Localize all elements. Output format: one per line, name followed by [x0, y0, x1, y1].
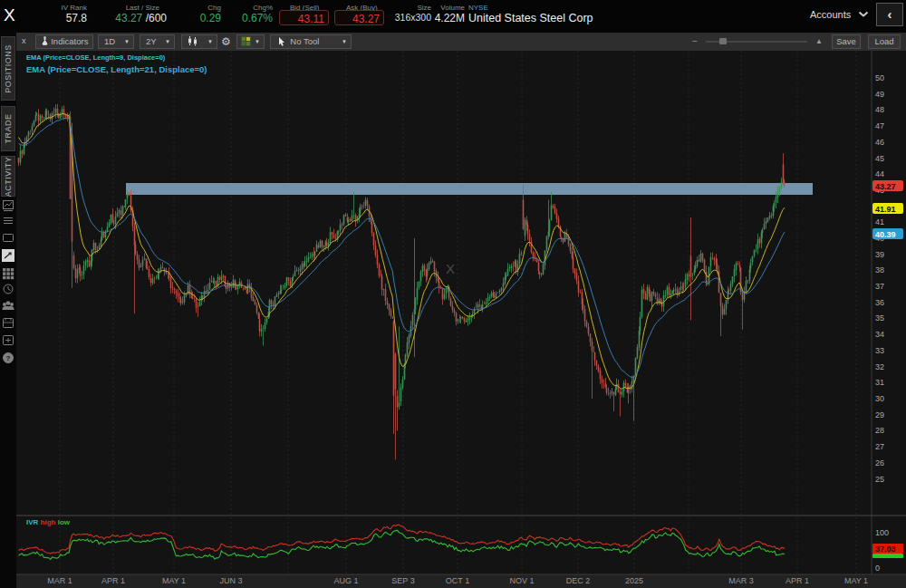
- svg-text:34: 34: [875, 330, 884, 339]
- svg-text:NOV 1: NOV 1: [509, 576, 534, 585]
- svg-text:DEC 2: DEC 2: [566, 576, 591, 585]
- svg-text:MAY 1: MAY 1: [162, 576, 186, 585]
- svg-text:SEP 3: SEP 3: [391, 576, 414, 585]
- svg-text:AUG 1: AUG 1: [333, 576, 358, 585]
- svg-text:37.03: 37.03: [875, 545, 896, 554]
- svg-text:37: 37: [875, 282, 884, 291]
- svg-text:31: 31: [875, 378, 884, 387]
- svg-text:47: 47: [875, 121, 884, 130]
- svg-text:29: 29: [875, 410, 884, 419]
- svg-text:50: 50: [875, 73, 884, 82]
- svg-text:25: 25: [875, 475, 884, 484]
- svg-text:MAR 1: MAR 1: [47, 576, 72, 585]
- svg-text:EMA (Price=CLOSE, Length=21, D: EMA (Price=CLOSE, Length=21, Displace=0): [26, 64, 207, 74]
- svg-text:40.39: 40.39: [875, 230, 896, 239]
- svg-text:JUN 3: JUN 3: [219, 576, 242, 585]
- svg-text:0: 0: [875, 564, 880, 573]
- svg-text:?: ?: [6, 354, 11, 362]
- svg-text:26: 26: [875, 458, 884, 468]
- svg-text:49: 49: [875, 90, 884, 99]
- svg-text:OCT 1: OCT 1: [446, 576, 469, 585]
- svg-text:44: 44: [875, 169, 884, 178]
- svg-text:38: 38: [875, 265, 884, 275]
- svg-text:30: 30: [875, 394, 884, 403]
- svg-text:35: 35: [875, 313, 884, 323]
- svg-text:28: 28: [875, 426, 884, 435]
- svg-text:39: 39: [875, 250, 884, 259]
- svg-text:48: 48: [875, 105, 884, 114]
- svg-text:41: 41: [875, 217, 884, 227]
- svg-text:MAY 1: MAY 1: [844, 576, 868, 585]
- svg-text:36: 36: [875, 298, 884, 307]
- svg-text:41.91: 41.91: [875, 205, 896, 214]
- svg-text:45: 45: [875, 154, 884, 163]
- svg-text:APR 1: APR 1: [101, 576, 125, 585]
- svg-text:32: 32: [875, 362, 884, 371]
- svg-text:X: X: [446, 261, 455, 276]
- svg-text:APR 1: APR 1: [786, 576, 809, 585]
- svg-text:33: 33: [875, 346, 884, 355]
- svg-text:100: 100: [875, 528, 889, 537]
- svg-text:27: 27: [875, 442, 884, 451]
- svg-text:2025: 2025: [625, 576, 643, 585]
- svg-text:43.27: 43.27: [875, 182, 896, 191]
- svg-text:IVR high low: IVR high low: [26, 518, 71, 526]
- svg-text:46: 46: [875, 138, 884, 147]
- svg-text:MAR 3: MAR 3: [728, 576, 754, 585]
- svg-text:EMA (Price=CLOSE, Length=9, Di: EMA (Price=CLOSE, Length=9, Displace=0): [26, 53, 166, 62]
